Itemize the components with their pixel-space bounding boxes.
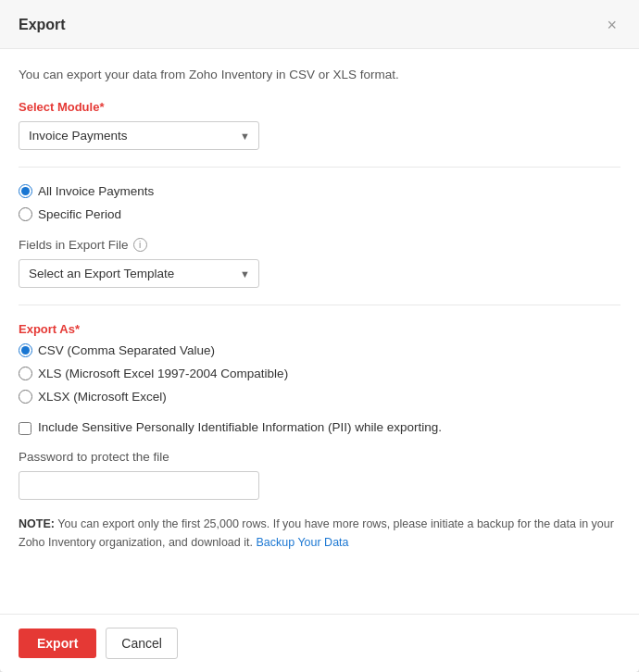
- info-icon: i: [133, 238, 147, 252]
- export-as-section: Export As* CSV (Comma Separated Value) X…: [19, 322, 620, 404]
- radio-xls-label: XLS (Microsoft Excel 1997-2004 Compatibl…: [38, 367, 288, 380]
- export-button[interactable]: Export: [19, 628, 96, 658]
- divider-2: [19, 305, 620, 305]
- select-module-label: Select Module*: [19, 100, 620, 114]
- select-module-section: Select Module* Invoice Payments Invoices…: [19, 100, 620, 150]
- fields-label: Fields in Export File i: [19, 238, 620, 252]
- filter-radio-group: All Invoice Payments Specific Period: [19, 184, 620, 221]
- pii-checkbox-section: Include Sensitive Personally Identifiabl…: [19, 420, 620, 435]
- module-select-wrapper: Invoice Payments Invoices Customers Item…: [19, 121, 259, 150]
- password-label: Password to protect the file: [19, 450, 620, 464]
- pii-checkbox-label: Include Sensitive Personally Identifiabl…: [38, 420, 442, 434]
- radio-xlsx-label: XLSX (Microsoft Excel): [38, 390, 167, 404]
- note-section: NOTE: You can export only the first 25,0…: [19, 515, 620, 552]
- template-select-wrapper: Select an Export Template ▼: [19, 259, 259, 288]
- note-label: NOTE:: [19, 517, 57, 530]
- radio-xls[interactable]: XLS (Microsoft Excel 1997-2004 Compatibl…: [19, 367, 620, 380]
- pii-checkbox[interactable]: [19, 422, 31, 435]
- export-format-radio-group: CSV (Comma Separated Value) XLS (Microso…: [19, 343, 620, 404]
- module-select[interactable]: Invoice Payments Invoices Customers Item…: [19, 121, 259, 150]
- backup-link[interactable]: Backup Your Data: [256, 536, 348, 549]
- password-input[interactable]: [19, 471, 259, 500]
- fields-label-text: Fields in Export File: [19, 238, 129, 252]
- password-section: Password to protect the file: [19, 450, 620, 500]
- radio-all-payments-input[interactable]: [19, 184, 32, 198]
- radio-xlsx-input[interactable]: [19, 390, 32, 404]
- template-select[interactable]: Select an Export Template: [19, 259, 259, 288]
- modal-footer: Export Cancel: [0, 614, 639, 672]
- modal-title: Export: [19, 17, 66, 33]
- fields-section: Fields in Export File i Select an Export…: [19, 238, 620, 288]
- modal-header: Export ×: [0, 0, 639, 49]
- radio-csv[interactable]: CSV (Comma Separated Value): [19, 343, 620, 357]
- divider-1: [19, 167, 620, 168]
- radio-csv-label: CSV (Comma Separated Value): [38, 343, 215, 357]
- radio-all-payments[interactable]: All Invoice Payments: [19, 184, 620, 198]
- radio-specific-period[interactable]: Specific Period: [19, 207, 620, 221]
- radio-all-payments-label: All Invoice Payments: [38, 184, 154, 198]
- close-button[interactable]: ×: [603, 15, 620, 35]
- cancel-button[interactable]: Cancel: [106, 628, 178, 659]
- radio-csv-input[interactable]: [19, 343, 32, 357]
- radio-specific-period-input[interactable]: [19, 207, 32, 221]
- intro-text: You can export your data from Zoho Inven…: [19, 68, 620, 81]
- export-as-label: Export As*: [19, 322, 620, 336]
- radio-xlsx[interactable]: XLSX (Microsoft Excel): [19, 390, 620, 404]
- radio-xls-input[interactable]: [19, 367, 32, 380]
- export-modal: Export × You can export your data from Z…: [0, 0, 639, 672]
- radio-specific-period-label: Specific Period: [38, 207, 121, 221]
- modal-body: You can export your data from Zoho Inven…: [0, 49, 639, 614]
